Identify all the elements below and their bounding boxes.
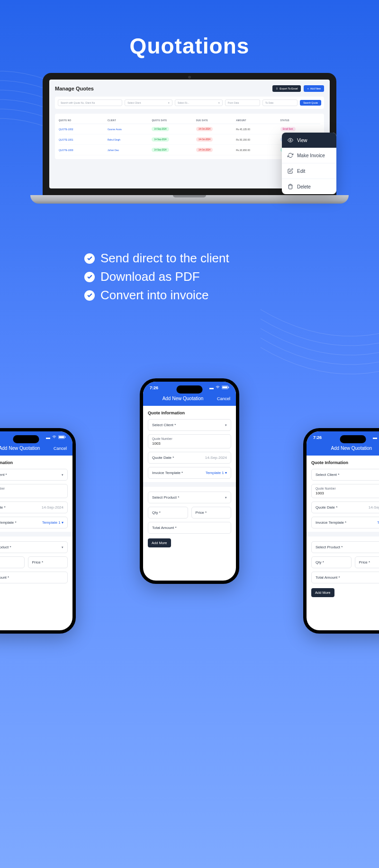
chevron-down-icon: ▾	[218, 101, 220, 104]
menu-delete-label: Delete	[297, 184, 311, 189]
field-label: tal Amount *	[0, 575, 9, 580]
dynamic-island	[177, 385, 203, 394]
export-excel-button[interactable]: ⇩ Export To Excel	[272, 85, 301, 92]
cancel-button[interactable]: Cancel	[217, 396, 230, 401]
invoice-template-field[interactable]: Invoice Template * Template 1 ▾	[148, 467, 231, 479]
field-label: Quote Number	[316, 487, 379, 490]
field-label: Invoice Template *	[152, 471, 183, 475]
mobile-title: Add New Quotation	[331, 446, 372, 451]
mobile-title: Add New Quotation	[162, 396, 204, 401]
add-new-button[interactable]: + Add New	[304, 85, 324, 92]
add-more-button[interactable]: Add More	[311, 588, 334, 597]
quote-number-field[interactable]: ote Number 03	[0, 484, 68, 498]
quote-no-link[interactable]: QUOTE-1001	[59, 138, 108, 141]
signal-icon: ▬	[373, 435, 377, 440]
battery-icon	[58, 435, 66, 440]
phone-mockup-center: 7:26 ▬ Add New Quotation Cancel Quote In…	[140, 378, 239, 584]
from-date-input[interactable]: From Date	[225, 99, 260, 106]
mobile-header: Add New Quotation C	[307, 442, 379, 456]
col-status: STATUS	[280, 119, 320, 122]
quote-no-link[interactable]: QUOTE-1000	[59, 149, 108, 152]
table-row[interactable]: QUOTE-1000 Johan Deo 14-Sep-2024 14-Oct-…	[59, 145, 320, 155]
field-value: Templat	[377, 520, 379, 525]
quote-number-field[interactable]: Quote Number 1003	[311, 484, 379, 498]
menu-make-invoice-label: Make Invoice	[297, 153, 325, 158]
invoice-template-field[interactable]: voice Template * Template 1 ▾	[0, 517, 68, 528]
price-field[interactable]: Price *	[28, 556, 68, 568]
mobile-header: Add New Quotation Cancel	[143, 392, 236, 406]
total-field[interactable]: Total Amount *	[148, 522, 231, 534]
wifi-icon	[215, 385, 220, 390]
section-divider	[143, 482, 236, 487]
field-label: Select Product *	[316, 545, 343, 549]
field-value: 14-Sep-2024	[205, 456, 227, 460]
date-badge: 14-Sep-2024	[152, 127, 169, 131]
client-link[interactable]: Johan Deo	[108, 149, 152, 152]
field-label: Price *	[32, 560, 44, 564]
page-title: Quotations	[0, 0, 379, 59]
table-row[interactable]: QUOTE-1002 Gourav Arora 14-Sep-2024 14-O…	[59, 124, 320, 134]
menu-make-invoice[interactable]: Make Invoice	[282, 148, 336, 163]
total-field[interactable]: tal Amount *	[0, 572, 68, 583]
field-label: Select Product *	[152, 495, 179, 500]
quote-date-field[interactable]: Quote Date * 14-Sep-2024	[311, 501, 379, 513]
status-select[interactable]: Select St...▾	[175, 99, 223, 106]
field-label: Qty *	[152, 510, 161, 515]
mobile-title: Add New Quotation	[0, 446, 40, 451]
price-field[interactable]: Price *	[355, 556, 379, 568]
date-badge: 14-Sep-2024	[152, 148, 169, 152]
select-product-field[interactable]: lect Product * ▾	[0, 541, 68, 553]
phone-mockup-right: 7:26 ▬ Add New Quotation C Quote Informa…	[303, 428, 379, 634]
qty-field[interactable]: Qty *	[148, 507, 188, 519]
field-label: Quote Date *	[316, 505, 337, 510]
client-select[interactable]: Select Client▾	[125, 99, 172, 106]
price-field[interactable]: Price *	[191, 507, 232, 519]
select-client-field[interactable]: Select Client * ▾	[148, 419, 231, 431]
to-date-input[interactable]: To Date	[262, 99, 298, 106]
date-badge: 14-Oct-2024	[196, 148, 213, 152]
total-field[interactable]: Total Amount *	[311, 572, 379, 583]
table-row[interactable]: QUOTE-1001 Rahul Singh 14-Sep-2024 14-Oc…	[59, 134, 320, 145]
quote-no-link[interactable]: QUOTE-1002	[59, 128, 108, 131]
search-input[interactable]: Search with Quote No, Client Na	[58, 99, 122, 106]
qty-field[interactable]: Qty *	[311, 556, 352, 568]
quote-number-field[interactable]: Quote Number 1003	[148, 434, 231, 448]
client-select-label: Select Client	[127, 101, 141, 104]
amount-cell: Rs.50,150.00	[236, 138, 280, 141]
status-time: 7:26	[313, 435, 322, 440]
add-more-button[interactable]: Add More	[148, 538, 171, 547]
client-link[interactable]: Rahul Singh	[108, 138, 152, 141]
col-due-date: DUE DATE	[196, 119, 236, 122]
wifi-icon	[52, 435, 57, 440]
export-label: Export To Excel	[280, 87, 298, 90]
client-link[interactable]: Gourav Arora	[108, 128, 152, 131]
field-label: ote Date *	[0, 505, 6, 510]
battery-icon	[222, 385, 229, 390]
search-quote-button[interactable]: Search Quote	[300, 100, 321, 106]
cancel-button[interactable]: Cancel	[54, 446, 67, 451]
manage-quotes-title: Manage Quotes	[55, 86, 94, 91]
menu-delete[interactable]: Delete	[282, 179, 336, 194]
quote-date-field[interactable]: Quote Date * 14-Sep-2024	[148, 452, 231, 464]
field-label: Price *	[359, 560, 370, 564]
col-quote-no: QUOTE NO	[59, 119, 108, 122]
dynamic-island	[13, 435, 39, 443]
eye-icon	[288, 137, 293, 143]
select-client-field[interactable]: ect Client * ▾	[0, 469, 68, 481]
field-label: lect Product *	[0, 545, 11, 549]
qty-field[interactable]: ty *	[0, 556, 25, 568]
dynamic-island	[340, 435, 366, 443]
field-value: 14-Sep-2024	[42, 505, 63, 510]
select-product-field[interactable]: Select Product * ▾	[148, 492, 231, 503]
select-product-field[interactable]: Select Product * ▾	[311, 541, 379, 553]
select-client-field[interactable]: Select Client * ▾	[311, 469, 379, 481]
chevron-down-icon: ▾	[62, 473, 63, 477]
quote-date-field[interactable]: ote Date * 14-Sep-2024	[0, 501, 68, 513]
field-label: Price *	[196, 510, 207, 515]
invoice-template-field[interactable]: Invoice Template * Templat	[311, 517, 379, 528]
field-label: ect Client *	[0, 473, 7, 477]
section-divider	[307, 532, 379, 537]
menu-view[interactable]: View	[282, 133, 336, 148]
status-badge: Email Sent	[280, 127, 296, 131]
menu-edit[interactable]: Edit	[282, 163, 336, 179]
